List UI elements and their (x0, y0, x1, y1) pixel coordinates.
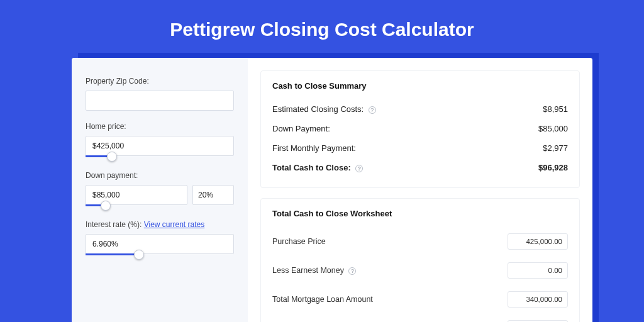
interest-rate-input[interactable] (86, 234, 234, 254)
summary-heading: Cash to Close Summary (272, 81, 568, 91)
down-payment-input[interactable] (86, 185, 187, 205)
page-title: Pettigrew Closing Cost Calculator (0, 0, 644, 55)
summary-total-label-text: Total Cash to Close: (272, 163, 351, 172)
summary-value: $8,951 (543, 104, 568, 114)
card-shadow-right (592, 53, 599, 322)
worksheet-section: Total Cash to Close Worksheet Purchase P… (260, 198, 580, 322)
worksheet-heading: Total Cash to Close Worksheet (272, 209, 568, 218)
interest-rate-thumb[interactable] (134, 250, 144, 260)
worksheet-row-purchase-price: Purchase Price (272, 227, 568, 256)
summary-total-value: $96,928 (538, 163, 568, 172)
card-shadow-top (78, 53, 599, 58)
summary-row-closing-costs: Estimated Closing Costs: ? $8,951 (272, 99, 568, 119)
summary-label: Down Payment: (272, 124, 330, 133)
worksheet-value-input[interactable] (508, 262, 568, 279)
inputs-panel: Property Zip Code: Home price: Down paym… (72, 58, 248, 322)
home-price-field: Home price: (86, 122, 234, 156)
down-payment-pct-input[interactable] (192, 185, 234, 205)
worksheet-label: Less Earnest Money ? (272, 266, 356, 275)
home-price-thumb[interactable] (107, 152, 117, 162)
worksheet-row-earnest-money: Less Earnest Money ? (272, 256, 568, 285)
zip-field: Property Zip Code: (86, 77, 234, 111)
interest-rate-label: Interest rate (%): View current rates (86, 220, 234, 229)
summary-value: $85,000 (538, 124, 568, 133)
zip-label: Property Zip Code: (86, 77, 234, 86)
down-payment-field: Down payment: (86, 171, 234, 205)
worksheet-row-mortgage-loan: Total Mortgage Loan Amount (272, 285, 568, 314)
down-payment-label: Down payment: (86, 171, 234, 180)
help-icon[interactable]: ? (369, 106, 376, 114)
worksheet-value-input[interactable] (508, 233, 568, 250)
summary-section: Cash to Close Summary Estimated Closing … (260, 70, 580, 188)
summary-label: First Monthly Payment: (272, 143, 356, 153)
summary-value: $2,977 (543, 143, 568, 153)
summary-row-down-payment: Down Payment: $85,000 (272, 119, 568, 138)
summary-row-first-monthly: First Monthly Payment: $2,977 (272, 138, 568, 158)
summary-label-text: Estimated Closing Costs: (272, 104, 364, 114)
down-payment-slider[interactable] (86, 185, 187, 205)
help-icon[interactable]: ? (355, 165, 363, 172)
interest-rate-label-text: Interest rate (%): (86, 220, 142, 229)
worksheet-row-second-mortgage: Total Second Mortgage Amount ? (272, 314, 568, 322)
worksheet-label: Total Mortgage Loan Amount (272, 295, 373, 304)
worksheet-label: Purchase Price (272, 237, 326, 246)
summary-label: Estimated Closing Costs: ? (272, 104, 376, 114)
home-price-slider[interactable] (86, 136, 234, 156)
interest-rate-slider[interactable] (86, 234, 234, 254)
results-panel: Cash to Close Summary Estimated Closing … (248, 58, 592, 322)
interest-rate-field: Interest rate (%): View current rates (86, 220, 234, 254)
calculator-card: Property Zip Code: Home price: Down paym… (72, 58, 592, 322)
zip-input[interactable] (86, 91, 234, 111)
interest-rate-track (86, 253, 139, 255)
worksheet-label-text: Less Earnest Money (272, 266, 344, 275)
worksheet-value-input[interactable] (508, 291, 568, 308)
view-current-rates-link[interactable]: View current rates (144, 220, 205, 229)
help-icon[interactable]: ? (348, 267, 356, 275)
home-price-label: Home price: (86, 122, 234, 131)
down-payment-thumb[interactable] (101, 201, 111, 211)
summary-total-label: Total Cash to Close: ? (272, 163, 363, 172)
summary-row-total: Total Cash to Close: ? $96,928 (272, 158, 568, 177)
